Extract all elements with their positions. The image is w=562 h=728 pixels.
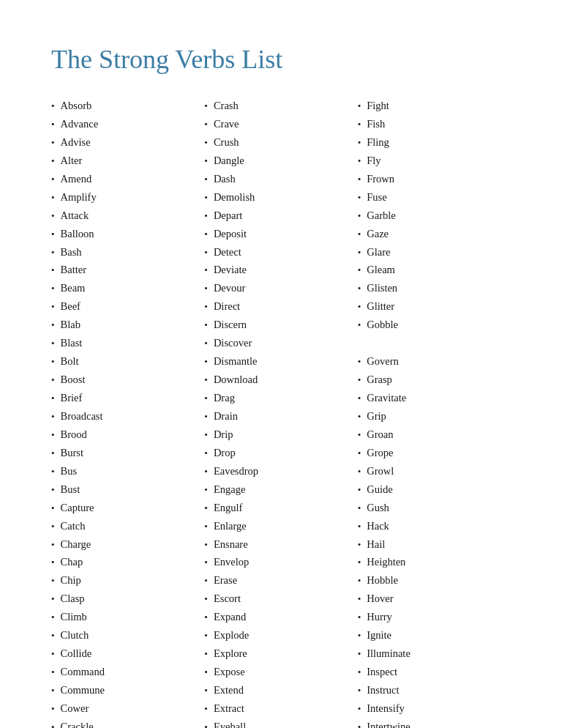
verb-text: Explore	[214, 645, 247, 663]
list-item: Crackle	[51, 718, 204, 728]
verb-text: Beef	[61, 297, 80, 316]
verb-text: Grasp	[367, 371, 392, 389]
list-item: Heighten	[358, 553, 511, 571]
list-item: Climb	[51, 608, 204, 626]
list-item: Drag	[204, 389, 357, 407]
list-item: Drop	[204, 444, 357, 462]
list-item: Chap	[51, 553, 204, 571]
verb-text: Ensnare	[214, 535, 248, 554]
verb-text: Gleam	[367, 261, 395, 279]
verb-text: Download	[214, 371, 258, 389]
list-item: Intertwine	[358, 718, 511, 728]
verb-text: Fish	[367, 115, 385, 133]
verb-text: Escort	[214, 590, 241, 608]
list-item: Garble	[358, 207, 511, 225]
list-item: Enlarge	[204, 517, 357, 535]
verb-text: Commune	[61, 681, 105, 699]
verb-text: Advise	[61, 133, 91, 152]
list-item: Groan	[358, 426, 511, 444]
verb-text: Groan	[367, 426, 393, 444]
list-item: Burst	[51, 444, 204, 462]
verb-text: Instruct	[367, 681, 399, 699]
verb-text: Grope	[367, 444, 393, 462]
list-item: Direct	[204, 297, 357, 316]
list-item: Frown	[358, 170, 511, 188]
verb-text: Govern	[367, 352, 399, 371]
list-item: Brood	[51, 426, 204, 444]
verb-text: Hurry	[367, 608, 392, 626]
list-item: Cower	[51, 699, 204, 718]
verb-text: Dismantle	[214, 352, 258, 371]
list-item: Detect	[204, 243, 357, 261]
verb-text: Bust	[61, 480, 80, 499]
verb-text: Dangle	[214, 152, 244, 170]
list-item: Attack	[51, 207, 204, 225]
verb-text: Batter	[61, 261, 86, 279]
verb-text: Engage	[214, 480, 245, 499]
verb-text: Boost	[61, 371, 86, 389]
list-item: Glitter	[358, 297, 511, 316]
verb-text: Expose	[214, 663, 245, 681]
list-item: Broadcast	[51, 407, 204, 426]
list-item: Fling	[358, 133, 511, 152]
verb-text: Growl	[367, 462, 394, 480]
verb-text: Command	[61, 663, 105, 681]
list-item: Govern	[358, 352, 511, 371]
verb-text: Discern	[214, 316, 247, 334]
list-item: Dash	[204, 170, 357, 188]
verb-text: Advance	[61, 115, 99, 133]
verb-text: Eyeball	[214, 718, 246, 728]
verb-text: Brief	[61, 389, 83, 407]
list-item: Devour	[204, 279, 357, 297]
list-item: Hurry	[358, 608, 511, 626]
verb-text: Engulf	[214, 499, 242, 517]
list-item: Bash	[51, 243, 204, 261]
list-item: Guide	[358, 480, 511, 499]
list-item: Discover	[204, 334, 357, 352]
verb-text: Glitter	[367, 297, 394, 316]
list-item: Hover	[358, 590, 511, 608]
verb-text: Frown	[367, 170, 394, 188]
list-item: Clutch	[51, 626, 204, 645]
verb-text: Heighten	[367, 553, 405, 571]
verb-text: Discover	[214, 334, 252, 352]
list-item: Beef	[51, 297, 204, 316]
column-2: CrashCraveCrushDangleDashDemolishDepartD…	[204, 97, 357, 728]
list-item: Amend	[51, 170, 204, 188]
list-item: Grope	[358, 444, 511, 462]
verb-text: Clutch	[61, 626, 89, 645]
list-item: Expose	[204, 663, 357, 681]
list-item: Beam	[51, 279, 204, 297]
list-item: Gaze	[358, 225, 511, 243]
verb-text: Alter	[61, 152, 83, 170]
list-item: Alter	[51, 152, 204, 170]
verb-text: Fight	[367, 97, 389, 115]
verb-text: Absorb	[61, 97, 92, 115]
verb-text: Deposit	[214, 225, 247, 243]
list-item: Escort	[204, 590, 357, 608]
list-item: Grasp	[358, 371, 511, 389]
list-item: Glisten	[358, 279, 511, 297]
verb-text: Balloon	[61, 225, 94, 243]
list-item: Depart	[204, 207, 357, 225]
verb-text: Fly	[367, 152, 381, 170]
verb-text: Drip	[214, 426, 233, 444]
verb-text: Extend	[214, 681, 244, 699]
verb-text: Fuse	[367, 188, 386, 207]
verb-text: Capture	[61, 499, 94, 517]
list-item: Command	[51, 663, 204, 681]
list-item: Collide	[51, 645, 204, 663]
verb-text: Detect	[214, 243, 241, 261]
list-item: Fish	[358, 115, 511, 133]
list-item: Bus	[51, 462, 204, 480]
verb-text: Broadcast	[61, 407, 103, 426]
column-3: FightFishFlingFlyFrownFuseGarbleGazeGlar…	[358, 97, 511, 728]
list-item: Gleam	[358, 261, 511, 279]
list-item: Charge	[51, 535, 204, 554]
list-item: Clasp	[51, 590, 204, 608]
list-item: Glare	[358, 243, 511, 261]
verb-text: Gravitate	[367, 389, 406, 407]
verb-text: Demolish	[214, 188, 255, 207]
verb-text: Hobble	[367, 571, 398, 590]
verb-text: Bolt	[61, 352, 79, 371]
